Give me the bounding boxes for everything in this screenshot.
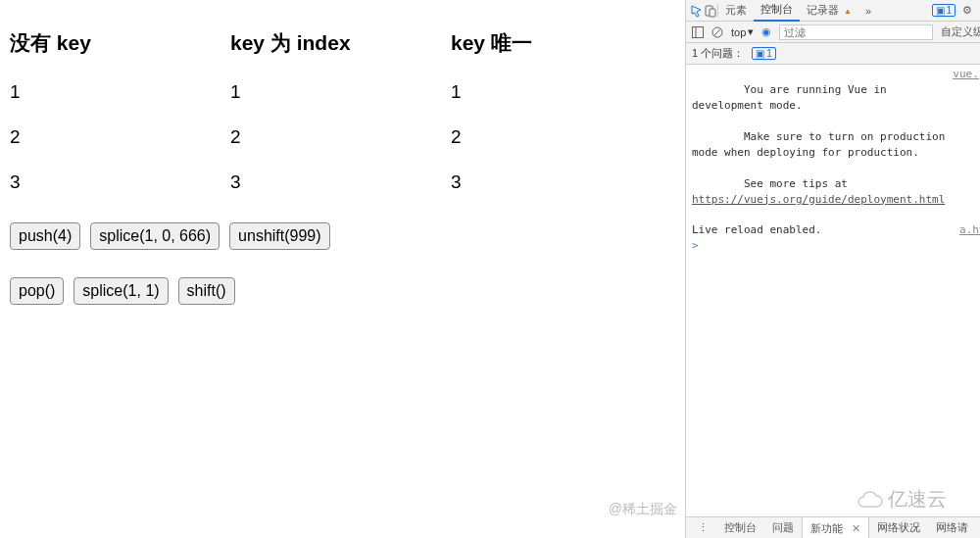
filter-input[interactable] xyxy=(779,24,933,40)
inspect-icon[interactable] xyxy=(690,4,704,18)
devtools-drawer-tabs: ⋮ 控制台 问题 新功能 ✕ 网络状况 网络请 xyxy=(686,516,980,538)
splice-insert-button[interactable]: splice(1, 0, 666) xyxy=(90,222,220,250)
issues-count-badge[interactable]: ▣ 1 xyxy=(752,47,776,60)
console-text: Make sure to turn on production mode whe… xyxy=(692,130,952,159)
device-toggle-icon[interactable] xyxy=(704,4,717,18)
list-item: 2 xyxy=(230,126,451,148)
console-output[interactable]: You are running Vue in development mode.… xyxy=(686,65,980,516)
app-page: 没有 key 1 2 3 key 为 index 1 2 3 key 唯一 1 … xyxy=(0,0,686,538)
console-message: You are running Vue in development mode.… xyxy=(692,67,980,222)
chevron-down-icon: ▾ xyxy=(748,25,754,38)
log-levels-label: 自定义级别 xyxy=(941,24,980,39)
console-source-link[interactable]: a.html:102 xyxy=(959,222,980,238)
pop-button[interactable]: pop() xyxy=(10,277,64,305)
shift-button[interactable]: shift() xyxy=(178,277,235,305)
chat-icon: ▣ xyxy=(756,48,764,59)
log-levels-selector[interactable]: 自定义级别 ▾ xyxy=(941,24,980,39)
col-heading: key 唯一 xyxy=(451,29,671,57)
issues-badge-count: 1 xyxy=(947,5,953,16)
col-key-unique: key 唯一 1 2 3 xyxy=(451,29,671,217)
context-label: top xyxy=(731,26,746,38)
tab-console[interactable]: 控制台 xyxy=(754,0,800,22)
drawer-tab-network-cond[interactable]: 网络状况 xyxy=(869,516,928,538)
list-item: 1 xyxy=(10,81,230,103)
button-row-add: push(4) splice(1, 0, 666) unshift(999) xyxy=(10,222,675,250)
drawer-tab-issues[interactable]: 问题 xyxy=(764,516,802,538)
drawer-tab-new[interactable]: 新功能 ✕ xyxy=(802,516,869,539)
col-no-key: 没有 key 1 2 3 xyxy=(10,29,230,217)
col-heading: 没有 key xyxy=(10,29,230,57)
tab-recorder[interactable]: 记录器 ▲ xyxy=(800,0,858,21)
issues-badge[interactable]: ▣ 1 xyxy=(932,4,956,17)
console-source-link[interactable]: vue.js:9330 xyxy=(953,67,980,222)
context-selector[interactable]: top ▾ xyxy=(731,25,754,38)
drawer-tab-console[interactable]: 控制台 xyxy=(716,516,764,538)
list-item: 2 xyxy=(451,126,671,148)
watermark-juejin: @稀土掘金 xyxy=(609,501,677,518)
devtools-panel: 元素 控制台 记录器 ▲ » ▣ 1 ⚙ ⋮ ✕ top ▾ ◉ 自定义级别 ▾ xyxy=(686,0,980,538)
list-item: 3 xyxy=(10,171,230,193)
preview-badge-icon: ▲ xyxy=(844,7,852,16)
drawer-tab-label: 新功能 xyxy=(810,522,843,534)
list-item: 1 xyxy=(230,81,451,103)
list-item: 1 xyxy=(451,81,671,103)
live-expression-icon[interactable]: ◉ xyxy=(761,25,771,38)
col-heading: key 为 index xyxy=(230,29,451,57)
console-toolbar: top ▾ ◉ 自定义级别 ▾ ⚙ xyxy=(686,22,980,43)
console-text: You are running Vue in development mode. xyxy=(692,83,893,112)
chat-icon: ▣ xyxy=(936,5,945,16)
issues-count: 1 xyxy=(766,48,772,59)
svg-line-5 xyxy=(714,28,721,35)
list-item: 3 xyxy=(451,171,671,193)
sidebar-toggle-icon[interactable] xyxy=(692,26,704,38)
console-message: Live reload enabled. a.html:102 xyxy=(692,222,980,238)
col-key-index: key 为 index 1 2 3 xyxy=(230,29,451,217)
drawer-tab-network[interactable]: 网络请 xyxy=(928,516,976,538)
console-text: See more tips at xyxy=(744,177,855,190)
splice-remove-button[interactable]: splice(1, 1) xyxy=(74,277,168,305)
button-row-remove: pop() splice(1, 1) shift() xyxy=(10,277,675,305)
unshift-button[interactable]: unshift(999) xyxy=(229,222,330,250)
issues-label: 1 个问题： xyxy=(692,46,744,61)
tabs-overflow-icon[interactable]: » xyxy=(858,2,878,20)
console-link[interactable]: https://vuejs.org/guide/deployment.html xyxy=(692,193,945,206)
columns: 没有 key 1 2 3 key 为 index 1 2 3 key 唯一 1 … xyxy=(10,29,675,217)
clear-console-icon[interactable] xyxy=(711,26,723,38)
list-item: 2 xyxy=(10,126,230,148)
settings-icon[interactable]: ⚙ xyxy=(956,1,979,20)
issues-bar: 1 个问题： ▣ 1 xyxy=(686,43,980,65)
devtools-tab-bar: 元素 控制台 记录器 ▲ » ▣ 1 ⚙ ⋮ ✕ xyxy=(686,0,980,22)
push-button[interactable]: push(4) xyxy=(10,222,80,250)
list-item: 3 xyxy=(230,171,451,193)
drawer-more-icon[interactable]: ⋮ xyxy=(690,517,716,538)
svg-rect-1 xyxy=(710,9,715,17)
svg-rect-2 xyxy=(693,26,704,37)
console-prompt[interactable]: > xyxy=(692,238,980,254)
tab-recorder-label: 记录器 xyxy=(807,4,839,16)
console-text: Live reload enabled. xyxy=(692,222,821,238)
tab-elements[interactable]: 元素 xyxy=(718,0,754,21)
close-icon[interactable]: ✕ xyxy=(852,522,860,534)
